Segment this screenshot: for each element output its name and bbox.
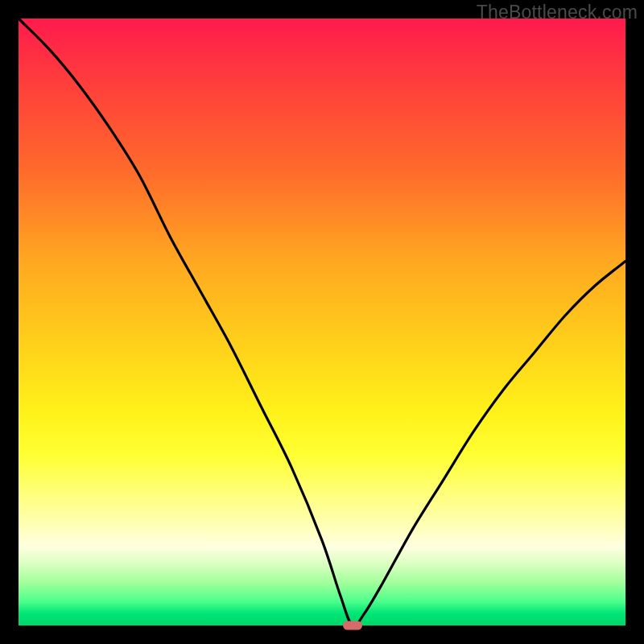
bottleneck-curve: [19, 19, 625, 625]
chart-frame: TheBottleneck.com: [0, 0, 644, 644]
plot-area: [19, 19, 625, 625]
minimum-marker: [343, 621, 362, 630]
watermark: TheBottleneck.com: [477, 2, 638, 23]
